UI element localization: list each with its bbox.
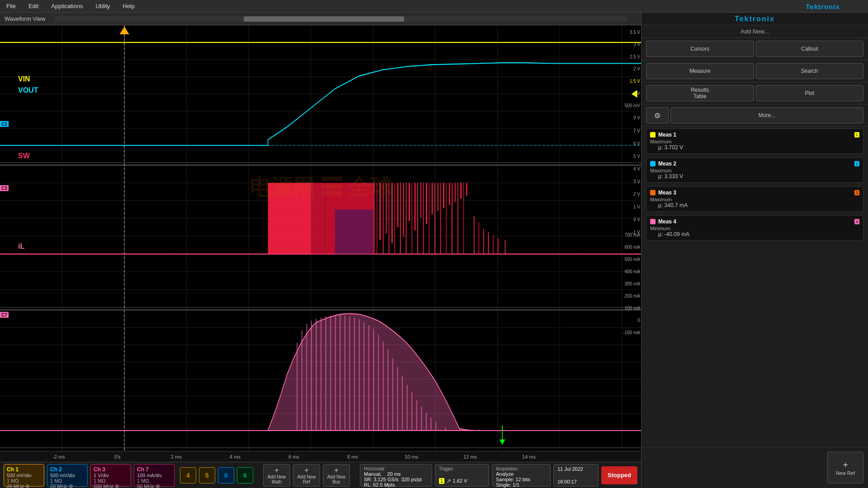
settings-icon-btn[interactable]: ⚙ bbox=[646, 107, 669, 123]
svg-rect-98 bbox=[335, 315, 336, 431]
svg-rect-74 bbox=[454, 183, 456, 202]
svg-rect-61 bbox=[417, 183, 418, 254]
label-sw: SW bbox=[18, 152, 30, 160]
svg-rect-46 bbox=[373, 183, 374, 254]
svg-rect-51 bbox=[388, 183, 389, 254]
svg-rect-73 bbox=[452, 183, 453, 254]
svg-rect-109 bbox=[387, 349, 388, 431]
svg-rect-113 bbox=[406, 385, 407, 431]
menu-applications[interactable]: Applications bbox=[49, 2, 85, 10]
new-ref-btn[interactable]: + New Ref bbox=[827, 452, 863, 483]
svg-rect-114 bbox=[411, 393, 412, 431]
ch4-btn[interactable]: 4 bbox=[180, 467, 196, 483]
add-math-btn[interactable]: + Add New Math bbox=[263, 464, 290, 487]
meas1-card: Meas 1 1 Maximum µ: 3.702 V bbox=[646, 128, 863, 154]
waveform-canvas[interactable]: 3.5 V 3 V 2.5 V 2 V 1.5 V 1 V 500 mV 0 V… bbox=[0, 25, 641, 451]
time-label-2: 2 ms bbox=[171, 454, 182, 460]
plot-btn[interactable]: Plot bbox=[756, 85, 864, 101]
svg-rect-68 bbox=[437, 183, 439, 211]
tektronix-logo: Tektronix bbox=[806, 3, 840, 10]
svg-rect-118 bbox=[430, 418, 431, 431]
trigger-panel[interactable]: Trigger 1 ↗ 1.62 V bbox=[435, 464, 489, 487]
svg-rect-106 bbox=[373, 329, 374, 431]
acquisition-panel[interactable]: Acquisition Analyze Sample: 12 bits Sing… bbox=[492, 464, 551, 487]
time-label-6: 10 ms bbox=[405, 454, 418, 460]
svg-marker-126 bbox=[500, 440, 505, 445]
channel-info-bar: Ch 1 500 mV/div 1 MΩ 20 MHz ⚙ Ch 2 500 m… bbox=[0, 462, 641, 488]
svg-rect-112 bbox=[402, 376, 403, 431]
svg-rect-50 bbox=[386, 183, 387, 233]
svg-rect-52 bbox=[392, 183, 393, 243]
right-panel: Tektronix Add New... Cursors Callout Mea… bbox=[641, 13, 868, 488]
cursors-btn[interactable]: Cursors bbox=[646, 41, 754, 57]
svg-rect-117 bbox=[426, 413, 427, 431]
svg-rect-66 bbox=[432, 183, 433, 214]
menu-help[interactable]: Help bbox=[121, 2, 137, 10]
add-bus-btn[interactable]: + Add New Bus bbox=[323, 464, 350, 487]
svg-rect-77 bbox=[463, 183, 464, 254]
menu-edit[interactable]: Edit bbox=[27, 2, 40, 10]
more-btn[interactable]: More... bbox=[670, 107, 863, 123]
svg-rect-124 bbox=[526, 430, 527, 431]
svg-rect-96 bbox=[326, 316, 326, 431]
add-ref-btn[interactable]: + Add New Ref bbox=[293, 464, 320, 487]
svg-rect-103 bbox=[359, 319, 360, 431]
svg-rect-84 bbox=[498, 238, 499, 254]
svg-rect-65 bbox=[429, 183, 429, 254]
voltage-scale-mid: 7 V 6 V 5 V 4 V 3 V 2 V 1 V 0 V -1 V bbox=[632, 125, 640, 239]
svg-rect-82 bbox=[488, 232, 489, 254]
waveform-svg bbox=[0, 25, 641, 451]
horizontal-panel[interactable]: Horizontal Manual, 20 ms SR: 3.125 GS/s … bbox=[360, 464, 432, 487]
waveform-title-bar: Waveform View bbox=[0, 13, 641, 25]
brand-label: Tektronix bbox=[735, 15, 775, 23]
svg-rect-55 bbox=[400, 183, 401, 254]
svg-rect-90 bbox=[297, 343, 297, 431]
svg-rect-104 bbox=[363, 322, 364, 431]
waveform-title: Waveform View bbox=[5, 15, 45, 22]
svg-rect-116 bbox=[421, 407, 422, 431]
svg-rect-49 bbox=[383, 183, 384, 254]
svg-rect-54 bbox=[397, 183, 398, 227]
ch3-info[interactable]: Ch 3 1 V/div 1 MΩ 500 MHz ⚙ bbox=[90, 464, 131, 487]
svg-rect-85 bbox=[505, 240, 505, 254]
svg-rect-63 bbox=[423, 183, 424, 254]
time-axis: -2 ms 0's 2 ms 4 ms 6 ms 8 ms 10 ms 12 m… bbox=[0, 451, 641, 462]
svg-rect-62 bbox=[420, 183, 421, 218]
svg-rect-122 bbox=[478, 429, 479, 431]
svg-rect-60 bbox=[414, 183, 415, 230]
stopped-button[interactable]: Stopped bbox=[601, 466, 637, 484]
ch6-btn[interactable]: 6 bbox=[218, 467, 234, 483]
ch8-btn[interactable]: 8 bbox=[237, 467, 253, 483]
meas2-card: Meas 2 2 Maximum µ: 3.333 V bbox=[646, 157, 863, 183]
time-label-4: 6 ms bbox=[288, 454, 299, 460]
svg-rect-0 bbox=[0, 25, 641, 165]
svg-rect-76 bbox=[460, 183, 462, 199]
svg-rect-71 bbox=[446, 183, 447, 254]
svg-rect-83 bbox=[493, 235, 494, 254]
datetime-panel: 11 Jul 2022 18:00:17 bbox=[553, 464, 599, 487]
ch1-info[interactable]: Ch 1 500 mV/div 1 MΩ 20 MHz ⚙ bbox=[4, 464, 44, 487]
search-btn[interactable]: Search bbox=[756, 63, 864, 79]
svg-rect-64 bbox=[426, 183, 427, 224]
menu-utility[interactable]: Utility bbox=[94, 2, 112, 10]
measure-btn[interactable]: Measure bbox=[646, 63, 754, 79]
marker-c7: C7 bbox=[0, 312, 9, 318]
time-label-7: 12 ms bbox=[463, 454, 477, 460]
svg-rect-75 bbox=[458, 183, 458, 254]
svg-rect-78 bbox=[466, 183, 467, 195]
results-table-btn[interactable]: ResultsTable bbox=[646, 85, 754, 101]
svg-rect-91 bbox=[302, 330, 302, 431]
menu-file[interactable]: File bbox=[5, 2, 18, 10]
svg-rect-47 bbox=[377, 183, 377, 254]
ch7-info[interactable]: Ch 7 100 mA/div 1 MΩ 50 MHz ⚙ bbox=[134, 464, 175, 487]
waveform-area: Waveform View bbox=[0, 13, 641, 488]
svg-rect-120 bbox=[445, 427, 446, 431]
add-new-label[interactable]: Add New... bbox=[741, 28, 769, 35]
ch5-btn[interactable]: 5 bbox=[199, 467, 215, 483]
meas3-card: Meas 3 3 Maximum µ: 340.7 mA bbox=[646, 186, 863, 212]
time-label-8: 14 ms bbox=[522, 454, 536, 460]
svg-rect-56 bbox=[403, 183, 404, 237]
callout-btn[interactable]: Callout bbox=[756, 41, 864, 57]
svg-rect-107 bbox=[378, 335, 379, 431]
ch2-info[interactable]: Ch 2 500 mV/div 1 MΩ 20 MHz ⚙ bbox=[47, 464, 88, 487]
